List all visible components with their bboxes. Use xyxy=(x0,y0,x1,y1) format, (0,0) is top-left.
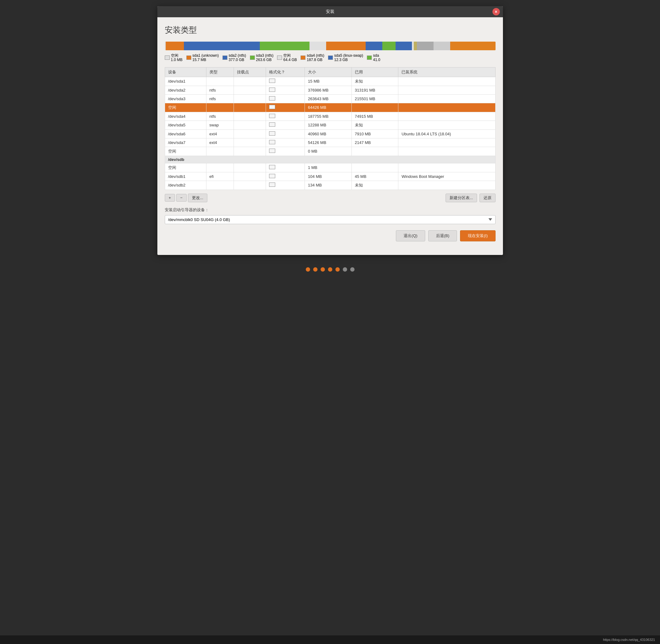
used-cell: 313191 MB xyxy=(351,86,398,94)
bar-sdb-free xyxy=(414,42,417,50)
size-cell: 187755 MB xyxy=(305,112,352,120)
col-format: 格式化？ xyxy=(266,67,305,77)
table-row[interactable]: /dev/sdb xyxy=(165,156,495,163)
table-row[interactable]: /dev/sda1 15 MB 未知 xyxy=(165,77,495,86)
window-title: 安装 xyxy=(326,9,334,15)
mount-cell xyxy=(234,94,266,103)
remove-partition-button[interactable]: − xyxy=(176,194,187,202)
bar-sda7 xyxy=(396,42,412,50)
table-row[interactable]: /dev/sda3 ntfs 263643 MB 215501 MB xyxy=(165,94,495,103)
used-cell: 未知 xyxy=(351,77,398,86)
table-row[interactable]: /dev/sdb2 134 MB 未知 xyxy=(165,181,495,190)
format-cell xyxy=(266,120,305,130)
legend-size-sda4: 187.8 GB xyxy=(307,58,324,62)
size-cell: 54126 MB xyxy=(305,138,352,147)
legend-name-sda2: sda2 (ntfs) xyxy=(229,53,246,58)
table-row[interactable]: /dev/sda5 swap 12288 MB 未知 xyxy=(165,120,495,130)
device-cell: /dev/sdb1 xyxy=(165,172,206,181)
system-cell: Ubuntu 18.04.4 LTS (18.04) xyxy=(398,130,495,138)
action-buttons: 退出(Q) 后退(B) 现在安装(I) xyxy=(165,230,496,242)
mount-cell xyxy=(234,147,266,156)
bar-sda1 xyxy=(166,42,184,50)
bootloader-device-select[interactable]: /dev/mmcblk0 SD SU04G (4.0 GB) xyxy=(165,215,496,224)
col-system: 已装系统 xyxy=(398,67,495,77)
legend-name-sda4: sda4 (ntfs) xyxy=(307,53,324,58)
system-cell: Windows Boot Manager xyxy=(398,172,495,181)
quit-button[interactable]: 退出(Q) xyxy=(396,230,425,242)
device-cell: /dev/sda3 xyxy=(165,94,206,103)
table-row[interactable]: /dev/sda4 ntfs 187755 MB 74915 MB xyxy=(165,112,495,120)
revert-button[interactable]: 还原 xyxy=(480,193,496,202)
type-cell: ext4 xyxy=(206,130,234,138)
system-cell xyxy=(398,103,495,112)
legend-sda-end: sda 41.0 xyxy=(367,53,380,62)
format-cell xyxy=(266,94,305,103)
new-table-button[interactable]: 新建分区表... xyxy=(445,193,477,202)
type-cell: swap xyxy=(206,120,234,130)
used-cell: 7910 MB xyxy=(351,130,398,138)
mount-cell xyxy=(234,120,266,130)
titlebar: 安装 × xyxy=(157,6,503,17)
dot-2 xyxy=(313,267,317,272)
legend-color-sda4 xyxy=(301,55,306,60)
dot-1 xyxy=(306,267,310,272)
size-cell: 0 MB xyxy=(305,147,352,156)
bar-sda6 xyxy=(382,42,396,50)
type-cell xyxy=(206,181,234,190)
format-cell xyxy=(266,138,305,147)
used-cell: 74915 MB xyxy=(351,112,398,120)
legend-color-free1 xyxy=(165,55,170,60)
legend-free1: 空闲 1.0 MB xyxy=(165,53,183,62)
legend-name-free2: 空闲 xyxy=(283,53,297,58)
col-mount: 挂载点 xyxy=(234,67,266,77)
partition-bar xyxy=(165,42,496,50)
used-cell: 45 MB xyxy=(351,172,398,181)
size-cell: 15 MB xyxy=(305,77,352,86)
device-cell: /dev/sda2 xyxy=(165,86,206,94)
type-cell: ntfs xyxy=(206,112,234,120)
legend-name-sda5: sda5 (linux-swap) xyxy=(334,53,363,58)
format-cell xyxy=(266,77,305,86)
table-row[interactable]: 空闲 0 MB xyxy=(165,147,495,156)
type-cell: ntfs xyxy=(206,86,234,94)
legend-color-sda5 xyxy=(328,55,333,60)
legend-sda1: sda1 (unknown) 15.7 MB xyxy=(186,53,219,62)
back-button[interactable]: 后退(B) xyxy=(428,230,457,242)
device-cell: 空闲 xyxy=(165,103,206,112)
bar-sda3 xyxy=(260,42,309,50)
size-cell: 134 MB xyxy=(305,181,352,190)
table-row[interactable]: /dev/sda2 ntfs 376986 MB 313191 MB xyxy=(165,86,495,94)
legend-sda4: sda4 (ntfs) 187.8 GB xyxy=(301,53,324,62)
install-button[interactable]: 现在安装(I) xyxy=(460,230,495,242)
type-cell xyxy=(206,163,234,172)
mount-cell xyxy=(234,181,266,190)
type-cell: ext4 xyxy=(206,138,234,147)
size-cell: 104 MB xyxy=(305,172,352,181)
legend-size-sda3: 263.6 GB xyxy=(256,58,274,62)
mount-cell xyxy=(234,103,266,112)
device-cell: /dev/sdb2 xyxy=(165,181,206,190)
format-cell xyxy=(266,181,305,190)
legend-name-free1: 空闲 xyxy=(171,53,183,58)
device-cell: /dev/sda5 xyxy=(165,120,206,130)
legend-sda2: sda2 (ntfs) 377.0 GB xyxy=(222,53,246,62)
add-partition-button[interactable]: + xyxy=(165,194,175,202)
dot-7 xyxy=(350,267,354,272)
close-button[interactable]: × xyxy=(492,8,500,16)
table-row[interactable]: 空闲 1 MB xyxy=(165,163,495,172)
legend-color-sda3 xyxy=(250,55,255,60)
change-partition-button[interactable]: 更改... xyxy=(188,193,207,202)
device-cell: /dev/sda1 xyxy=(165,77,206,86)
legend-color-free2 xyxy=(277,55,282,60)
table-row[interactable]: 空闲 64426 MB xyxy=(165,103,495,112)
system-cell xyxy=(398,112,495,120)
table-row[interactable]: /dev/sda7 ext4 54126 MB 2147 MB xyxy=(165,138,495,147)
table-row[interactable]: /dev/sdb1 efi 104 MB 45 MB Windows Boot … xyxy=(165,172,495,181)
size-cell: 1 MB xyxy=(305,163,352,172)
size-cell: 12288 MB xyxy=(305,120,352,130)
bottom-url: https://blog.csdn.net/qq_43106321 xyxy=(603,638,655,642)
bar-sda5 xyxy=(366,42,382,50)
bar-end xyxy=(450,42,496,50)
legend-size-sda1: 15.7 MB xyxy=(193,58,219,62)
table-row[interactable]: /dev/sda6 ext4 40960 MB 7910 MB Ubuntu 1… xyxy=(165,130,495,138)
